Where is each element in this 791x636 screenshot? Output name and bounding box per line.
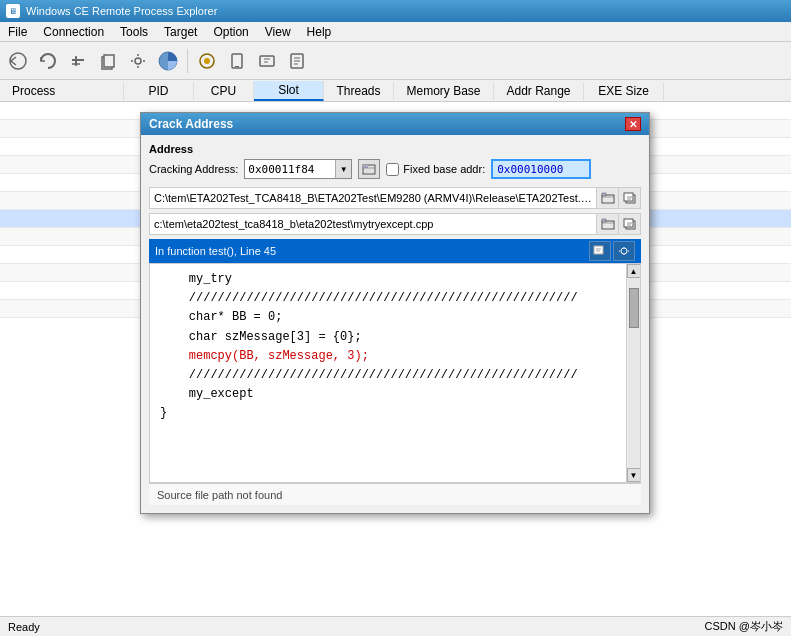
toolbar-sep-1 xyxy=(187,49,188,73)
svg-point-0 xyxy=(10,53,26,69)
cpp-path-copy-btn[interactable] xyxy=(618,214,640,234)
col-slot[interactable]: Slot xyxy=(254,81,324,101)
code-line: my_try xyxy=(160,270,616,289)
code-line: char* BB = 0; xyxy=(160,308,616,327)
address-row: Cracking Address: ▼ Fixed base addr: xyxy=(149,159,641,179)
toolbar-chart-btn[interactable] xyxy=(154,47,182,75)
svg-rect-10 xyxy=(232,54,242,68)
address-section-label: Address xyxy=(149,143,641,155)
menu-file[interactable]: File xyxy=(0,22,35,41)
exe-path-browse-btn[interactable] xyxy=(596,188,618,208)
dialog-overlay: Crack Address ✕ Address Cracking Address… xyxy=(0,102,791,616)
toolbar-device-btn[interactable] xyxy=(223,47,251,75)
svg-rect-3 xyxy=(75,56,77,66)
toolbar-connect-btn[interactable] xyxy=(193,47,221,75)
exe-path-row: C:\tem\ETA202Test_TCA8418_B\ETA202Test\E… xyxy=(149,187,641,209)
dropdown-arrow-icon[interactable]: ▼ xyxy=(335,160,351,178)
app-icon: 🖥 xyxy=(6,4,20,18)
function-copy-btn[interactable] xyxy=(589,241,611,261)
svg-rect-12 xyxy=(260,56,274,66)
scrollbar-up-btn[interactable]: ▲ xyxy=(627,264,641,278)
toolbar-tools-btn[interactable] xyxy=(64,47,92,75)
toolbar-refresh-btn[interactable] xyxy=(34,47,62,75)
menu-target[interactable]: Target xyxy=(156,22,205,41)
code-scrollbar[interactable]: ▲ ▼ xyxy=(626,264,640,482)
code-area: my_try /////////////////////////////////… xyxy=(149,263,641,483)
status-bar: Ready CSDN @岑小岑 xyxy=(0,616,791,636)
toolbar-note-btn[interactable] xyxy=(283,47,311,75)
col-memory-base[interactable]: Memory Base xyxy=(394,82,494,100)
svg-rect-21 xyxy=(602,219,606,222)
status-right: CSDN @岑小岑 xyxy=(705,619,783,634)
cracking-label: Cracking Address: xyxy=(149,163,238,175)
col-exe-size[interactable]: EXE Size xyxy=(584,82,664,100)
function-info-text: In function test(), Line 45 xyxy=(155,245,276,257)
dialog-title-bar: Crack Address ✕ xyxy=(141,113,649,135)
address-browse-btn[interactable] xyxy=(358,159,380,179)
cpp-path-text: c:\tem\eta202test_tca8418_b\eta202test\m… xyxy=(150,216,596,232)
svg-point-25 xyxy=(621,248,627,254)
code-line: char szMessage[3] = {0}; xyxy=(160,328,616,347)
menu-tools[interactable]: Tools xyxy=(112,22,156,41)
cracking-address-dropdown[interactable]: ▼ xyxy=(244,159,352,179)
code-line: } xyxy=(160,404,616,423)
function-info-bar: In function test(), Line 45 xyxy=(149,239,641,263)
function-settings-btn[interactable] xyxy=(613,241,635,261)
dialog-title: Crack Address xyxy=(149,117,233,131)
toolbar-back-btn[interactable] xyxy=(4,47,32,75)
code-line: ////////////////////////////////////////… xyxy=(160,289,616,308)
fixed-base-input[interactable] xyxy=(491,159,591,179)
exe-path-text: C:\tem\ETA202Test_TCA8418_B\ETA202Test\E… xyxy=(150,190,596,206)
svg-rect-24 xyxy=(594,246,603,254)
toolbar xyxy=(0,42,791,80)
svg-rect-11 xyxy=(235,66,239,67)
code-line: my_except xyxy=(160,385,616,404)
scrollbar-track[interactable] xyxy=(628,278,640,468)
col-process[interactable]: Process xyxy=(4,82,124,100)
menu-option[interactable]: Option xyxy=(205,22,256,41)
dialog-body: Address Cracking Address: ▼ Fixed base a… xyxy=(141,135,649,513)
cpp-path-browse-btn[interactable] xyxy=(596,214,618,234)
exe-path-copy-btn[interactable] xyxy=(618,188,640,208)
svg-point-9 xyxy=(204,58,210,64)
main-content: Crack Address ✕ Address Cracking Address… xyxy=(0,102,791,616)
menu-view[interactable]: View xyxy=(257,22,299,41)
code-line-highlighted: memcpy(BB, szMessage, 3); xyxy=(160,347,616,366)
status-left: Ready xyxy=(8,621,40,633)
fixed-base-label: Fixed base addr: xyxy=(403,163,485,175)
menu-help[interactable]: Help xyxy=(299,22,340,41)
toolbar-target-btn[interactable] xyxy=(253,47,281,75)
menu-connection[interactable]: Connection xyxy=(35,22,112,41)
code-line: ////////////////////////////////////////… xyxy=(160,366,616,385)
fixed-base-checkbox[interactable] xyxy=(386,163,399,176)
source-not-found-text: Source file path not found xyxy=(157,489,282,501)
svg-rect-5 xyxy=(104,55,114,67)
svg-rect-15 xyxy=(363,165,368,168)
svg-point-6 xyxy=(135,58,141,64)
scrollbar-thumb[interactable] xyxy=(629,288,639,328)
toolbar-settings-btn[interactable] xyxy=(124,47,152,75)
source-not-found-bar: Source file path not found xyxy=(149,483,641,505)
crack-address-dialog: Crack Address ✕ Address Cracking Address… xyxy=(140,112,650,514)
svg-rect-1 xyxy=(72,59,84,61)
title-bar: 🖥 Windows CE Remote Process Explorer xyxy=(0,0,791,22)
dialog-close-btn[interactable]: ✕ xyxy=(625,117,641,131)
col-pid[interactable]: PID xyxy=(124,82,194,100)
svg-rect-17 xyxy=(602,193,606,196)
col-addr-range[interactable]: Addr Range xyxy=(494,82,584,100)
code-content: my_try /////////////////////////////////… xyxy=(150,264,626,482)
col-threads[interactable]: Threads xyxy=(324,82,394,100)
fixed-base-checkbox-row: Fixed base addr: xyxy=(386,163,485,176)
column-headers: Process PID CPU Slot Threads Memory Base… xyxy=(0,80,791,102)
cpp-path-row: c:\tem\eta202test_tca8418_b\eta202test\m… xyxy=(149,213,641,235)
cracking-address-input[interactable] xyxy=(245,160,335,178)
toolbar-copy-btn[interactable] xyxy=(94,47,122,75)
app-title: Windows CE Remote Process Explorer xyxy=(26,5,217,17)
col-cpu[interactable]: CPU xyxy=(194,82,254,100)
scrollbar-down-btn[interactable]: ▼ xyxy=(627,468,641,482)
menu-bar: File Connection Tools Target Option View… xyxy=(0,22,791,42)
